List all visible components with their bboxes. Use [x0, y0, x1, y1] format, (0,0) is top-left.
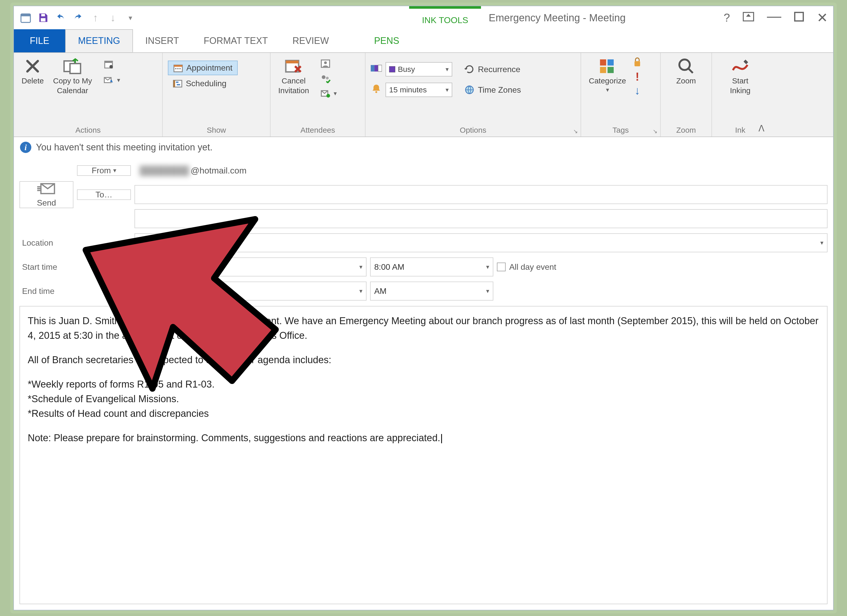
show-as-icon: [370, 64, 382, 75]
svg-rect-29: [370, 65, 374, 71]
recurrence-button[interactable]: Recurrence: [459, 62, 526, 77]
svg-rect-3: [41, 14, 45, 16]
calendar-small-button[interactable]: [99, 57, 125, 71]
scheduling-button[interactable]: Scheduling: [168, 77, 238, 90]
send-button[interactable]: Send: [19, 181, 74, 208]
svg-rect-14: [175, 68, 177, 69]
quick-access-toolbar: ↑ ↓ ▾: [14, 6, 142, 29]
appointment-icon: [173, 64, 183, 72]
outlook-meeting-window: ↑ ↓ ▾ INK TOOLS Emergency Meeting - Meet…: [13, 6, 834, 610]
check-names-button[interactable]: [316, 72, 341, 85]
group-options-label: Options: [369, 125, 577, 137]
start-time-label: Start time: [19, 262, 131, 272]
appointment-button[interactable]: Appointment: [168, 61, 238, 75]
help-icon[interactable]: ?: [724, 11, 730, 24]
ribbon-options-icon[interactable]: [743, 11, 754, 24]
send-icon: [37, 182, 56, 196]
all-day-checkbox[interactable]: [497, 263, 506, 271]
calendar-icon[interactable]: [20, 12, 31, 24]
address-book-button[interactable]: [316, 57, 341, 70]
window-controls: ? — ✕: [724, 6, 828, 29]
svg-rect-34: [600, 59, 606, 65]
window-title: Emergency Meeting - Meeting: [489, 6, 626, 29]
from-button[interactable]: From ▾: [77, 165, 131, 176]
body-p1: This is Juan D. Smith Local Secretary of…: [28, 314, 819, 343]
group-tags: Categorize ▾ ! ↓ Tags ↘: [581, 53, 661, 137]
group-attendees-label: Attendees: [274, 125, 362, 137]
reminder-dropdown[interactable]: 15 minutes ▾: [385, 83, 452, 97]
to-button[interactable]: To…: [77, 189, 131, 200]
format-text-tab[interactable]: FORMAT TEXT: [191, 29, 280, 52]
ink-label-1: Start: [732, 77, 748, 85]
copy-label-1: Copy to My: [53, 77, 92, 85]
group-show: Appointment Scheduling Show: [163, 53, 270, 137]
scheduling-label: Scheduling: [186, 79, 226, 88]
subject-field[interactable]: [134, 209, 828, 228]
down-arrow-icon[interactable]: ↓: [107, 12, 119, 24]
low-importance-icon[interactable]: ↓: [633, 84, 642, 97]
forward-small-button[interactable]: ▾: [99, 73, 125, 87]
svg-rect-35: [608, 59, 614, 65]
titlebar: ↑ ↓ ▾ INK TOOLS Emergency Meeting - Meet…: [14, 6, 833, 29]
qat-customize-icon[interactable]: ▾: [125, 12, 136, 24]
close-icon[interactable]: ✕: [817, 10, 828, 25]
appointment-label: Appointment: [186, 63, 233, 72]
globe-icon: [464, 85, 475, 95]
scheduling-icon: [173, 79, 183, 88]
group-attendees: Cancel Invitation ▾ Attendees: [270, 53, 366, 137]
end-time-field[interactable]: AM▾: [370, 282, 493, 301]
ink-label-2: Inking: [730, 86, 751, 95]
cancel-icon: [284, 57, 303, 75]
save-icon[interactable]: [37, 12, 49, 24]
zoom-button[interactable]: Zoom: [672, 55, 701, 87]
group-ink: Start Inking Ink ᐱ: [712, 53, 769, 137]
high-importance-icon[interactable]: !: [633, 70, 642, 83]
collapse-ribbon-icon[interactable]: ᐱ: [758, 123, 764, 133]
svg-rect-19: [176, 81, 179, 83]
group-show-label: Show: [166, 125, 267, 137]
undo-icon[interactable]: [55, 12, 66, 24]
group-tags-label: Tags: [584, 125, 657, 137]
up-arrow-icon[interactable]: ↑: [90, 12, 101, 24]
group-options: Busy ▾ 15 minutes ▾: [366, 53, 581, 137]
tags-launcher-icon[interactable]: ↘: [651, 128, 659, 135]
reminder-value: 15 minutes: [389, 86, 427, 94]
message-body[interactable]: This is Juan D. Smith Local Secretary of…: [19, 306, 828, 604]
review-tab[interactable]: REVIEW: [280, 29, 341, 52]
delete-button[interactable]: Delete: [17, 55, 49, 87]
ribbon: Delete Copy to My Calendar ▾: [14, 52, 833, 137]
start-time-field[interactable]: 8:00 AM▾: [370, 257, 493, 276]
options-launcher-icon[interactable]: ↘: [572, 128, 579, 135]
copy-to-calendar-button[interactable]: Copy to My Calendar: [49, 55, 97, 96]
private-icon[interactable]: [633, 57, 642, 69]
cancel-invitation-button[interactable]: Cancel Invitation: [274, 55, 314, 96]
minimize-icon[interactable]: —: [767, 7, 781, 24]
svg-rect-38: [635, 61, 640, 66]
from-value: ████████@hotmail.com: [134, 165, 828, 176]
svg-rect-7: [70, 64, 80, 74]
file-tab[interactable]: FILE: [14, 29, 65, 52]
ink-tools-contextual-tab: INK TOOLS: [409, 6, 481, 29]
zoom-label: Zoom: [676, 77, 696, 85]
timezones-label: Time Zones: [478, 85, 521, 95]
location-field[interactable]: ▾: [134, 233, 828, 252]
start-date-field[interactable]: ▾: [134, 257, 366, 276]
redo-icon[interactable]: [72, 12, 84, 24]
start-inking-button[interactable]: Start Inking: [725, 55, 755, 96]
zoom-icon: [677, 57, 695, 75]
show-as-dropdown[interactable]: Busy ▾: [385, 62, 452, 77]
maximize-icon[interactable]: [794, 11, 804, 24]
cancel-label-2: Invitation: [278, 86, 309, 95]
end-date-field[interactable]: ▾: [134, 282, 366, 301]
categorize-button[interactable]: Categorize ▾: [584, 55, 631, 95]
body-p2: All of Branch secretaries are expected t…: [28, 353, 819, 367]
to-field[interactable]: [134, 185, 828, 204]
timezones-button[interactable]: Time Zones: [459, 83, 526, 97]
pens-tab[interactable]: PENS: [362, 29, 412, 52]
response-options-button[interactable]: ▾: [316, 87, 341, 100]
end-time-value: AM: [374, 287, 387, 296]
svg-rect-36: [600, 67, 606, 73]
insert-tab[interactable]: INSERT: [133, 29, 191, 52]
compose-header: Send From ▾ ████████@hotmail.com To… Loc…: [19, 160, 828, 301]
meeting-tab[interactable]: MEETING: [65, 29, 133, 52]
